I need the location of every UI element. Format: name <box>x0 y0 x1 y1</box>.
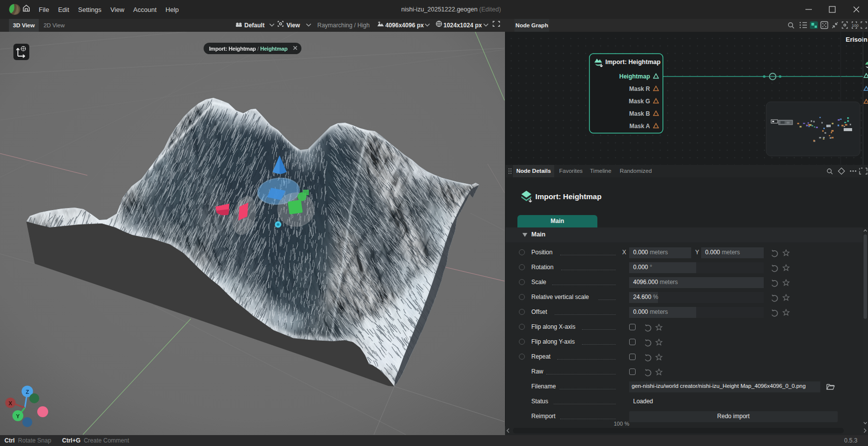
svg-text:Import: Heightmap: Import: Heightmap <box>605 59 660 66</box>
svg-text:100: 100 <box>852 23 859 28</box>
svg-text:Mask A: Mask A <box>629 123 650 130</box>
svg-text:Default: Default <box>244 22 265 29</box>
svg-text:Heightmap: Heightmap <box>619 73 650 80</box>
svg-text:X: X <box>8 400 12 406</box>
svg-text:4096x4096 px: 4096x4096 px <box>385 22 424 29</box>
svg-text:Y: Y <box>16 413 20 419</box>
svg-text:Import: Heightmap / Heightmap: Import: Heightmap / Heightmap <box>209 46 288 52</box>
svg-text:View: View <box>287 22 300 29</box>
svg-text:Mask R: Mask R <box>629 85 650 92</box>
svg-text:Erisoin: Erisoin <box>846 36 868 43</box>
svg-text:Raymarching / High: Raymarching / High <box>317 22 369 29</box>
svg-text:Mask G: Mask G <box>629 98 650 105</box>
svg-text:Mask B: Mask B <box>629 110 650 117</box>
svg-text:1024x1024 px: 1024x1024 px <box>443 22 482 29</box>
svg-text:Z: Z <box>26 389 29 395</box>
